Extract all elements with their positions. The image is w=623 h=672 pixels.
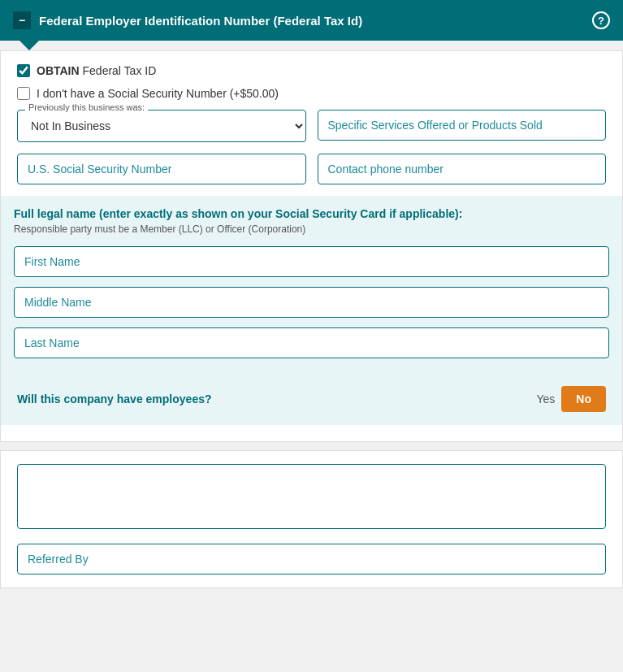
second-card (0, 450, 623, 588)
first-name-field (14, 246, 609, 277)
no-button[interactable]: No (561, 386, 606, 412)
collapse-button[interactable]: − (13, 11, 31, 29)
main-card: OBTAIN Federal Tax ID I don't have a Soc… (0, 50, 623, 442)
legal-name-subtitle: Responsible party must be a Member (LLC)… (14, 223, 609, 235)
middle-name-field (14, 287, 609, 318)
business-select[interactable]: Not In Business In Business Other (17, 110, 306, 142)
business-select-label: Previously this business was: (25, 102, 148, 112)
last-name-input[interactable] (14, 327, 609, 358)
form-row-2 (17, 154, 606, 184)
header-arrow (19, 41, 39, 50)
employees-section: Will this company have employees? Yes No (1, 373, 622, 425)
specific-services-group (318, 110, 607, 142)
notes-textarea[interactable] (17, 464, 606, 529)
middle-name-input[interactable] (14, 287, 609, 318)
legal-name-section: Full legal name (enter exactly as shown … (1, 196, 622, 373)
phone-input-group (318, 154, 607, 184)
first-name-input[interactable] (14, 246, 609, 277)
yes-label: Yes (536, 392, 555, 405)
ssn-checkbox-row: I don't have a Social Security Number (+… (17, 87, 606, 100)
collapse-icon: − (19, 14, 25, 27)
obtain-tax-id-row: OBTAIN Federal Tax ID (17, 64, 606, 77)
header-title: Federal Employer Identification Number (… (39, 14, 362, 28)
ssn-checkbox[interactable] (17, 87, 30, 100)
section-header: − Federal Employer Identification Number… (0, 0, 623, 41)
phone-input[interactable] (318, 154, 607, 184)
specific-services-input[interactable] (318, 110, 607, 141)
form-row-1: Previously this business was: Not In Bus… (17, 110, 606, 142)
referred-input[interactable] (17, 544, 606, 574)
yes-no-group: Yes No (536, 386, 606, 412)
legal-name-title: Full legal name (enter exactly as shown … (14, 207, 609, 220)
obtain-checkbox[interactable] (17, 64, 30, 77)
ssn-input[interactable] (17, 154, 306, 184)
last-name-field (14, 327, 609, 358)
ssn-label: I don't have a Social Security Number (+… (37, 87, 279, 100)
obtain-label: OBTAIN Federal Tax ID (37, 64, 156, 77)
ssn-input-group (17, 154, 306, 184)
employees-label: Will this company have employees? (17, 392, 517, 405)
business-select-group: Previously this business was: Not In Bus… (17, 110, 306, 142)
help-icon[interactable]: ? (592, 11, 610, 29)
